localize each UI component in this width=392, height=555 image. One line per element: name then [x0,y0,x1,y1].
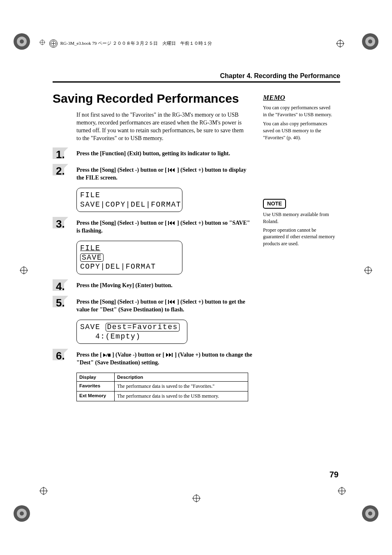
lcd3-dest-highlight: Dest=Favorites [106,323,180,332]
svg-rect-47 [172,353,173,357]
step-3-text: Press the [Song] (Select -) button or [ … [76,219,253,235]
memo-paragraph-1: You can copy performances saved in the "… [263,104,335,118]
cell-description: The performance data is saved to the "Fa… [115,381,248,391]
svg-marker-45 [166,353,168,357]
book-icon [49,39,58,48]
registration-target-bottom [192,494,201,502]
step-2-before: Press the [Song] (Select -) button or [ [76,167,167,173]
rewind-icon [168,299,175,303]
step-4-text: Press the [Moving Key] (Enter) button. [76,282,253,290]
lcd-screen-3: SAVE Dest=Favorites 4:(Empty) [76,320,187,344]
step-number: 1. [56,148,65,161]
col-header-display: Display [77,373,115,381]
step-6-before: Press the [ [76,352,102,358]
registration-target-inner-br [338,487,346,495]
svg-rect-36 [168,221,169,225]
step-number: 6. [56,350,65,362]
step-6: 6. Press the [ ] (Value -) button or [ ]… [53,351,340,367]
step-2-text: Press the [Song] (Select -) button or [ … [76,166,253,182]
step-number: 4. [56,280,65,293]
memo-paragraph-2: You can also copy performances saved on … [263,120,335,141]
svg-point-8 [20,511,24,516]
step-6-text: Press the [ ] (Value -) button or [ ] (V… [76,351,253,367]
lcd2-line1: FILE [80,244,179,253]
svg-marker-42 [103,353,106,357]
lcd3-left: SAVE [80,323,106,331]
cell-description: The performance data is saved to the USB… [115,391,248,401]
play-stop-icon [103,352,111,356]
registration-target-right [364,266,372,274]
cell-display: Favorites [77,381,115,391]
registration-target-left [20,266,28,274]
rewind-icon [168,167,175,171]
lcd2-line1-text: FILE [80,244,100,252]
rewind-icon [168,220,175,224]
lcd-screen-1: FILE SAVE|COPY|DEL|FORMAT [76,188,182,212]
dest-table: Display Description Favorites The perfor… [76,373,248,401]
crop-mark-top-right [361,32,380,51]
svg-point-5 [368,39,372,44]
svg-rect-39 [168,300,169,304]
intro-paragraph: If not first saved to the "Favorites" in… [76,111,245,143]
svg-rect-33 [168,168,169,172]
lcd1-line1: FILE [80,191,179,200]
step-1-text-content: Press the [Function] (Exit) button, gett… [76,150,230,157]
crop-mark-top-left [12,32,31,51]
memo-block: MEMO You can copy performances saved in … [263,93,335,141]
step-1-text: Press the [Function] (Exit) button, gett… [76,150,253,158]
svg-marker-41 [172,300,175,304]
svg-rect-44 [108,354,111,357]
step-4: 4. Press the [Moving Key] (Enter) button… [53,282,340,290]
step-number: 3. [56,218,65,230]
lcd2-line2: SAVE COPY|DEL|FORMAT [80,253,179,272]
cell-display: Ext Memory [77,391,115,401]
page-number: 79 [330,470,339,479]
note-block: NOTE Use USB memory available from Rolan… [263,199,335,247]
step-number: 5. [56,297,65,309]
step-5: 5. Press the [Song] (Select -) button or… [53,298,340,314]
lcd3-line1: SAVE Dest=Favorites [80,322,184,332]
step-3-before: Press the [Song] (Select -) button or [ [76,220,167,226]
lcd2-save-highlight: SAVE [80,253,104,262]
svg-marker-34 [169,168,172,172]
step-4-text-content: Press the [Moving Key] (Enter) button. [76,282,173,288]
step-6-after: ] (Value +) button to change the "Dest" … [76,352,252,366]
lcd-screen-2: FILE SAVE COPY|DEL|FORMAT [76,241,182,274]
svg-point-11 [368,511,372,516]
table-row: Favorites The performance data is saved … [77,381,248,391]
print-header-text: RG-3M_e3.book 79 ページ ２００８年３月２５日 火曜日 午前１０… [60,41,212,46]
registration-target-top [336,39,344,48]
step-6-mid: ] (Value -) button or [ [112,352,164,358]
print-header: RG-3M_e3.book 79 ページ ２００８年３月２５日 火曜日 午前１０… [49,39,212,48]
memo-label: MEMO [263,93,335,103]
chapter-title: Chapter 4. Recording the Performance [53,72,340,83]
note-paragraph-2: Proper operation cannot be guaranteed if… [263,227,335,247]
note-paragraph-1: Use USB memory available from Roland. [263,211,335,225]
step-5-before: Press the [Song] (Select -) button or [ [76,299,167,305]
registration-target-inner-bl [39,487,48,495]
svg-marker-38 [172,221,175,225]
step-number: 2. [56,165,65,177]
lcd1-line2: SAVE|COPY|DEL|FORMAT [80,200,179,210]
lcd2-rest: COPY|DEL|FORMAT [80,263,156,271]
svg-marker-37 [169,221,172,225]
step-5-text: Press the [Song] (Select -) button or [ … [76,298,253,314]
note-label: NOTE [263,199,286,209]
sidebar: MEMO You can copy performances saved in … [263,93,335,251]
table-row: Ext Memory The performance data is saved… [77,391,248,401]
svg-marker-40 [169,300,172,304]
col-header-description: Description [115,373,248,381]
registration-target-inner-left [39,39,45,45]
lcd3-line2: 4:(Empty) [80,332,184,341]
svg-marker-46 [169,353,171,357]
svg-point-2 [20,39,24,44]
table-header-row: Display Description [77,373,248,381]
svg-line-43 [106,354,108,357]
crop-mark-bottom-left [12,504,31,523]
svg-marker-35 [172,168,175,172]
fast-forward-icon [166,352,173,356]
crop-mark-bottom-right [361,504,380,523]
